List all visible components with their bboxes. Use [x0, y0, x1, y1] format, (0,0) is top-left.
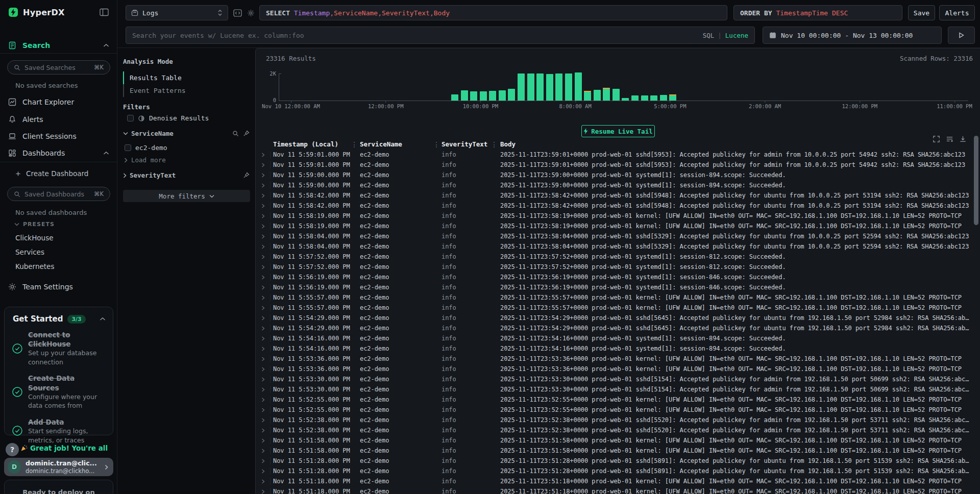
onboarding-task[interactable]: Create Data Sources Configure where your… [5, 370, 113, 413]
table-row[interactable]: Nov 11 5:53:36.000 PM ec2-demo info 2025… [256, 364, 980, 374]
filter-group-severitytext[interactable]: SeverityText [123, 171, 250, 179]
order-by-input[interactable]: ORDER BY TimestampTime DESC [733, 5, 902, 20]
column-resizer[interactable] [494, 142, 495, 147]
row-expand-chevron[interactable] [256, 193, 270, 198]
create-dashboard-button[interactable]: Create Dashboard [15, 169, 88, 178]
table-row[interactable]: Nov 11 5:54:29.000 PM ec2-demo info 2025… [256, 313, 980, 323]
user-menu[interactable]: D dominic.tran@clic... dominic.tran@clic… [4, 458, 113, 476]
row-expand-chevron[interactable] [256, 255, 270, 259]
more-filters-button[interactable]: More filters [123, 190, 250, 202]
sidebar-item-client-sessions[interactable]: Client Sessions [8, 132, 109, 140]
search-input[interactable] [132, 32, 698, 39]
row-expand-chevron[interactable] [256, 387, 270, 392]
histogram-bar[interactable] [660, 95, 667, 101]
table-row[interactable]: Nov 11 5:58:04.000 PM ec2-demo info 2025… [256, 241, 980, 252]
resume-live-tail-button[interactable]: Resume Live Tail [581, 125, 655, 137]
checkbox[interactable] [125, 144, 131, 151]
histogram-bar[interactable] [508, 89, 515, 101]
table-row[interactable]: Nov 11 5:59:01.000 PM ec2-demo info 2025… [256, 160, 980, 170]
row-expand-chevron[interactable] [256, 163, 270, 167]
histogram-bar[interactable] [470, 91, 477, 101]
table-row[interactable]: Nov 11 5:55:57.000 PM ec2-demo info 2025… [256, 303, 980, 313]
column-header-body[interactable]: Body [500, 140, 516, 148]
row-expand-chevron[interactable] [256, 153, 270, 157]
table-row[interactable]: Nov 11 5:58:19.000 PM ec2-demo info 2025… [256, 211, 980, 221]
row-expand-chevron[interactable] [256, 357, 270, 361]
table-row[interactable]: Nov 11 5:58:19.000 PM ec2-demo info 2025… [256, 221, 980, 231]
table-row[interactable]: Nov 11 5:52:38.000 PM ec2-demo info 2025… [256, 425, 980, 435]
table-row[interactable]: Nov 11 5:52:38.000 PM ec2-demo info 2025… [256, 415, 980, 425]
histogram-bar[interactable] [565, 73, 572, 101]
table-row[interactable]: Nov 11 5:51:18.000 PM ec2-demo info 2025… [256, 476, 980, 486]
histogram-bar[interactable] [461, 90, 468, 101]
table-row[interactable]: Nov 11 5:54:16.000 PM ec2-demo info 2025… [256, 343, 980, 354]
row-expand-chevron[interactable] [256, 336, 270, 341]
table-row[interactable]: Nov 11 5:58:04.000 PM ec2-demo info 2025… [256, 231, 980, 241]
row-expand-chevron[interactable] [256, 489, 270, 494]
row-expand-chevron[interactable] [256, 398, 270, 402]
row-expand-chevron[interactable] [256, 224, 270, 229]
source-select[interactable]: Logs [126, 5, 228, 20]
table-row[interactable]: Nov 11 5:56:19.000 PM ec2-demo info 2025… [256, 282, 980, 292]
histogram-bar[interactable] [594, 90, 601, 101]
row-expand-chevron[interactable] [256, 275, 270, 280]
row-expand-chevron[interactable] [256, 347, 270, 351]
column-header-timestamp[interactable]: Timestamp (Local) [273, 140, 338, 148]
row-expand-chevron[interactable] [256, 204, 270, 208]
table-row[interactable]: Nov 11 5:54:29.000 PM ec2-demo info 2025… [256, 323, 980, 333]
table-row[interactable]: Nov 11 5:59:00.000 PM ec2-demo info 2025… [256, 180, 980, 190]
table-row[interactable]: Nov 11 5:52:55.000 PM ec2-demo info 2025… [256, 394, 980, 405]
service-filter-ec2-demo[interactable]: ec2-demo [125, 144, 167, 152]
table-row[interactable]: Nov 11 5:58:42.000 PM ec2-demo info 2025… [256, 190, 980, 201]
table-row[interactable]: Nov 11 5:51:28.000 PM ec2-demo info 2025… [256, 466, 980, 476]
row-expand-chevron[interactable] [256, 479, 270, 484]
column-header-severitytext[interactable]: SeverityText [442, 140, 487, 148]
onboarding-task[interactable]: Add Data Start sending logs, metrics, or… [5, 414, 113, 448]
onboarding-task[interactable]: Connect to ClickHouse Set up your databa… [5, 327, 113, 370]
chevron-up-icon[interactable] [103, 151, 109, 155]
histogram-bar[interactable] [518, 73, 525, 101]
table-row[interactable]: Nov 11 5:51:18.000 PM ec2-demo info 2025… [256, 486, 980, 494]
filter-group-servicename[interactable]: ServiceName [123, 130, 250, 137]
checkbox[interactable] [127, 115, 134, 121]
column-resizer[interactable] [354, 142, 355, 147]
histogram-bar[interactable] [603, 88, 610, 101]
preset-dashboard-item[interactable]: Kubernetes [15, 260, 54, 274]
row-expand-chevron[interactable] [256, 428, 270, 433]
row-expand-chevron[interactable] [256, 173, 270, 178]
saved-dashboards-input[interactable]: Saved Dashboards ⌘K [7, 187, 110, 201]
chevron-up-icon[interactable] [100, 317, 106, 321]
gear-icon[interactable] [245, 7, 256, 18]
lucene-toggle[interactable]: Lucene [725, 32, 748, 39]
row-expand-chevron[interactable] [256, 306, 270, 310]
sidebar-item-search[interactable]: Search [8, 41, 109, 50]
table-row[interactable]: Nov 11 5:56:19.000 PM ec2-demo info 2025… [256, 272, 980, 282]
histogram-bar[interactable] [536, 73, 544, 101]
histogram-bar[interactable] [612, 89, 620, 101]
analysis-mode-option[interactable]: Results Table [123, 71, 186, 84]
row-expand-chevron[interactable] [256, 459, 270, 463]
denoise-checkbox-row[interactable]: Denoise Results [127, 114, 209, 122]
histogram[interactable] [451, 69, 679, 101]
row-expand-chevron[interactable] [256, 265, 270, 269]
row-expand-chevron[interactable] [256, 449, 270, 453]
table-row[interactable]: Nov 11 5:55:57.000 PM ec2-demo info 2025… [256, 292, 980, 303]
row-expand-chevron[interactable] [256, 367, 270, 372]
run-query-button[interactable] [948, 27, 975, 44]
histogram-bar[interactable] [480, 91, 487, 101]
table-row[interactable]: Nov 11 5:58:42.000 PM ec2-demo info 2025… [256, 201, 980, 211]
analysis-mode-option[interactable]: Event Patterns [123, 84, 186, 97]
row-expand-chevron[interactable] [256, 244, 270, 249]
table-row[interactable]: Nov 11 5:51:58.000 PM ec2-demo info 2025… [256, 446, 980, 456]
sidebar-item-team-settings[interactable]: Team Settings [8, 283, 109, 291]
load-more-button[interactable]: Load more [124, 156, 166, 164]
histogram-bar[interactable] [489, 91, 496, 101]
sidebar-item-chart-explorer[interactable]: Chart Explorer [8, 98, 109, 106]
histogram-bar[interactable] [451, 94, 458, 101]
table-row[interactable]: Nov 11 5:51:58.000 PM ec2-demo info 2025… [256, 435, 980, 446]
row-expand-chevron[interactable] [256, 285, 270, 290]
sidebar-item-alerts[interactable]: Alerts [8, 115, 109, 124]
histogram-bar[interactable] [499, 90, 506, 101]
table-row[interactable]: Nov 11 5:53:30.000 PM ec2-demo info 2025… [256, 384, 980, 394]
histogram-bar[interactable] [650, 95, 657, 101]
